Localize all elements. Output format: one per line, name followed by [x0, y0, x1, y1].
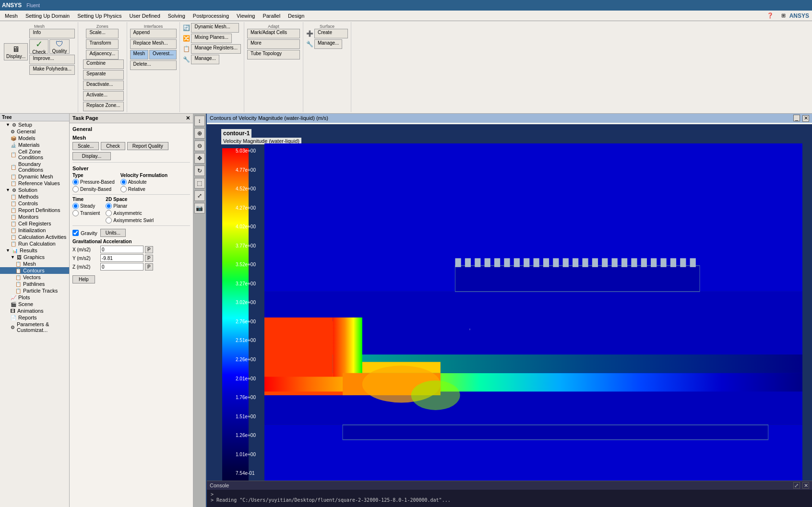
sidebar-item-initialization[interactable]: 📋 Initialization — [0, 227, 69, 234]
quality-button[interactable]: 🛡 Quality — [49, 39, 69, 54]
gravity-y-p-btn[interactable]: P — [145, 255, 153, 262]
delete-button[interactable]: Delete... — [130, 60, 177, 70]
gravity-x-p-btn[interactable]: P — [145, 246, 153, 253]
sidebar-item-reports[interactable]: 📄 Reports — [0, 314, 69, 321]
gravity-z-p-btn[interactable]: P — [145, 263, 153, 271]
axisymmetric-option[interactable]: Axisymmetric — [106, 210, 154, 216]
menu-user-defined[interactable]: User Defined — [126, 12, 164, 20]
density-based-radio[interactable] — [72, 186, 79, 192]
relative-option[interactable]: Relative — [120, 186, 167, 192]
cfd-minimize-btn[interactable]: _ — [793, 115, 800, 121]
sidebar-item-controls[interactable]: 📋 Controls — [0, 200, 69, 207]
sidebar-item-setup[interactable]: ▼ ⚙ Setup — [0, 121, 69, 128]
scale-btn[interactable]: Scale... — [72, 142, 99, 150]
sidebar-item-vectors[interactable]: 📋 Vectors — [0, 274, 69, 281]
deactivate-button[interactable]: Deactivate... — [83, 81, 124, 90]
absolute-radio[interactable] — [120, 179, 127, 185]
gravity-z-input[interactable] — [100, 263, 143, 271]
absolute-option[interactable]: Absolute — [120, 179, 167, 185]
cfd-close-btn[interactable]: ✕ — [802, 115, 809, 122]
check-button[interactable]: ✓ Check — [29, 39, 48, 54]
vp-camera-btn[interactable]: 📷 — [194, 203, 205, 213]
menu-window-icon[interactable]: ⊞ — [777, 12, 789, 20]
sidebar-item-cell-zone[interactable]: 📋 Cell Zone Conditions — [0, 148, 69, 161]
console-close-btn[interactable]: ✕ — [802, 482, 809, 489]
menu-setting-up-physics[interactable]: Setting Up Physics — [73, 12, 125, 20]
vp-zoom-out-btn[interactable]: ⊖ — [194, 141, 205, 151]
menu-parallel[interactable]: Parallel — [259, 12, 284, 20]
menu-viewing[interactable]: Viewing — [233, 12, 259, 20]
planar-radio[interactable] — [106, 203, 112, 209]
sidebar-item-solution[interactable]: ▼ ⚙ Solution — [0, 187, 69, 193]
display-button[interactable]: 🖥 Display... — [4, 43, 28, 60]
sidebar-item-pathlines[interactable]: 📋 Pathlines — [0, 281, 69, 287]
sidebar-item-materials[interactable]: 🔬 Materials — [0, 141, 69, 148]
sidebar-item-general[interactable]: ⚙ General — [0, 128, 69, 135]
mark-adapt-button[interactable]: Mark/Adapt Cells — [247, 29, 300, 38]
sidebar-item-report-definitions[interactable]: 📋 Report Definitions — [0, 207, 69, 213]
dynamic-mesh-button[interactable]: Dynamic Mesh... — [191, 23, 239, 33]
transform-button[interactable]: Transform — [86, 39, 119, 49]
vp-fit-btn[interactable]: ↕ — [194, 116, 205, 126]
sidebar-item-particle-tracks[interactable]: 📋 Particle Tracks — [0, 287, 69, 294]
check-btn[interactable]: Check — [101, 142, 125, 150]
sidebar-item-methods[interactable]: 📋 Methods — [0, 193, 69, 200]
sidebar-item-reference-values[interactable]: 📋 Reference Values — [0, 180, 69, 187]
more-button[interactable]: More — [247, 39, 300, 49]
sidebar-item-calc-activities[interactable]: 📋 Calculation Activities — [0, 234, 69, 240]
gravity-x-input[interactable] — [100, 246, 143, 253]
gravity-y-input[interactable] — [100, 254, 143, 262]
sidebar-item-monitors[interactable]: 📋 Monitors — [0, 213, 69, 220]
help-button[interactable]: Help — [72, 275, 95, 283]
axisymmetric-radio[interactable] — [106, 210, 112, 216]
separate-button[interactable]: Separate — [83, 70, 124, 80]
sidebar-item-graphics[interactable]: ▼ 🖼 Graphics — [0, 254, 69, 260]
append-button[interactable]: Append — [130, 29, 177, 38]
axisymmetric-swirl-option[interactable]: Axisymmetric Swirl — [106, 217, 154, 224]
pressure-based-radio[interactable] — [72, 179, 79, 185]
menu-help-icon[interactable]: ❓ — [763, 12, 777, 20]
surface-manage-button[interactable]: Manage... — [314, 39, 342, 49]
menu-mesh[interactable]: Mesh — [1, 12, 22, 20]
axisymmetric-swirl-radio[interactable] — [106, 217, 112, 224]
vp-rotate-btn[interactable]: ↻ — [194, 165, 205, 176]
gravity-checkbox-label[interactable]: Gravity — [72, 230, 97, 236]
relative-radio[interactable] — [120, 186, 127, 192]
report-quality-btn[interactable]: Report Quality — [127, 142, 168, 150]
pressure-based-option[interactable]: Pressure-Based — [72, 179, 115, 185]
menu-solving[interactable]: Solving — [164, 12, 189, 20]
manage-registers-button[interactable]: Manage Registers... — [191, 44, 241, 54]
menu-postprocessing[interactable]: Postprocessing — [189, 12, 233, 20]
steady-radio[interactable] — [72, 203, 79, 209]
sidebar-item-scene[interactable]: 🎬 Scene — [0, 301, 69, 307]
overest-button[interactable]: Overest... — [149, 50, 177, 59]
steady-option[interactable]: Steady — [72, 203, 100, 209]
sidebar-item-models[interactable]: 📦 Models — [0, 135, 69, 141]
replace-mesh-button[interactable]: Replace Mesh... — [130, 39, 177, 49]
gravity-checkbox[interactable] — [72, 230, 79, 236]
vp-zoom-box-btn[interactable]: ⬚ — [194, 178, 205, 189]
create-button[interactable]: Create — [314, 29, 348, 38]
units-button[interactable]: Units... — [100, 229, 126, 237]
mixing-planes-button[interactable]: Mixing Planes... — [191, 34, 232, 43]
manage-button[interactable]: Manage... — [191, 55, 219, 64]
task-pane-close[interactable]: ✕ — [186, 115, 190, 121]
mesh-button[interactable]: Mesh — [130, 50, 148, 59]
sidebar-item-parameters[interactable]: ⚙ Parameters & Customizat... — [0, 321, 69, 333]
sidebar-item-dynamic-mesh[interactable]: 📋 Dynamic Mesh — [0, 173, 69, 180]
sidebar-item-mesh-graphics[interactable]: 📋 Mesh — [0, 260, 69, 267]
transient-option[interactable]: Transient — [72, 210, 100, 216]
sidebar-item-plots[interactable]: 📈 Plots — [0, 294, 69, 301]
tube-topology-button[interactable]: Tube Topology — [247, 50, 300, 59]
menu-design[interactable]: Design — [284, 12, 308, 20]
activate-button[interactable]: Activate... — [83, 91, 124, 101]
sidebar-item-contours[interactable]: 📋 Contours — [0, 267, 69, 274]
transient-radio[interactable] — [72, 210, 79, 216]
make-polyhedra-button[interactable]: Make Polyhedra... — [29, 65, 75, 75]
sidebar-item-animations[interactable]: 🎞 Animations — [0, 307, 69, 314]
sidebar-item-run-calc[interactable]: 📋 Run Calculation — [0, 240, 69, 247]
sidebar-item-cell-registers[interactable]: 📋 Cell Registers — [0, 220, 69, 227]
console-expand-btn[interactable]: ⤢ — [793, 482, 800, 489]
vp-pan-btn[interactable]: ✥ — [194, 153, 205, 164]
vp-fit-all-btn[interactable]: ⤢ — [194, 190, 205, 201]
